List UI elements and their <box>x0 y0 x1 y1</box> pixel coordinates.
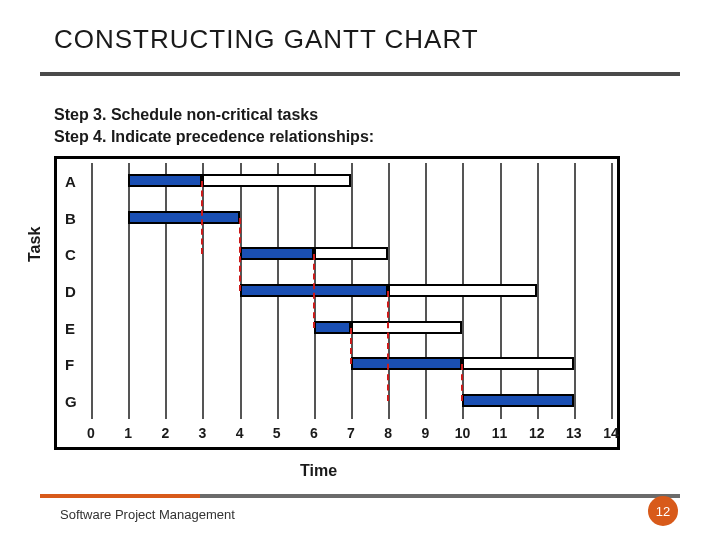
x-tick: 1 <box>124 425 132 441</box>
task-label: B <box>65 209 76 226</box>
dependency-line <box>239 218 241 291</box>
x-tick: 7 <box>347 425 355 441</box>
x-tick: 4 <box>236 425 244 441</box>
y-axis-label: Task <box>26 227 44 262</box>
footer-course: Software Project Management <box>60 507 235 522</box>
step-list: Step 3. Schedule non-critical tasks Step… <box>54 104 374 147</box>
bar-critical <box>128 211 239 224</box>
bar-slack <box>388 284 537 297</box>
dependency-line <box>313 254 315 327</box>
x-tick: 13 <box>566 425 582 441</box>
task-label: E <box>65 319 75 336</box>
bar-slack <box>202 174 351 187</box>
page-number-badge: 12 <box>648 496 678 526</box>
gridline <box>537 163 539 419</box>
task-label: G <box>65 392 77 409</box>
task-label: C <box>65 246 76 263</box>
bar-critical <box>240 247 314 260</box>
gridline <box>91 163 93 419</box>
x-tick: 0 <box>87 425 95 441</box>
task-label: A <box>65 173 76 190</box>
bar-slack <box>351 321 462 334</box>
footer-divider <box>40 494 680 498</box>
dependency-line <box>387 291 389 401</box>
gridline <box>611 163 613 419</box>
x-tick: 14 <box>603 425 619 441</box>
gantt-chart: 01234567891011121314ABCDEFG <box>54 156 620 450</box>
bar-slack <box>462 357 573 370</box>
step-3: Step 3. Schedule non-critical tasks <box>54 104 374 126</box>
x-tick: 8 <box>384 425 392 441</box>
step-4: Step 4. Indicate precedence relationship… <box>54 126 374 148</box>
dependency-line <box>350 328 352 365</box>
x-tick: 2 <box>161 425 169 441</box>
gridline <box>128 163 130 419</box>
bar-slack <box>314 247 388 260</box>
x-tick: 5 <box>273 425 281 441</box>
bar-critical <box>128 174 202 187</box>
x-tick: 6 <box>310 425 318 441</box>
dependency-line <box>461 364 463 401</box>
x-tick: 12 <box>529 425 545 441</box>
bar-critical <box>462 394 573 407</box>
dependency-line <box>201 181 203 254</box>
bar-critical <box>351 357 462 370</box>
title-divider <box>40 72 680 76</box>
bar-critical <box>314 321 351 334</box>
gridline <box>165 163 167 419</box>
x-tick: 3 <box>199 425 207 441</box>
page-title: CONSTRUCTING GANTT CHART <box>54 24 479 55</box>
task-label: D <box>65 283 76 300</box>
gridline <box>574 163 576 419</box>
x-tick: 10 <box>455 425 471 441</box>
task-label: F <box>65 356 74 373</box>
x-tick: 9 <box>421 425 429 441</box>
x-axis-label: Time <box>300 462 337 480</box>
x-tick: 11 <box>492 425 508 441</box>
